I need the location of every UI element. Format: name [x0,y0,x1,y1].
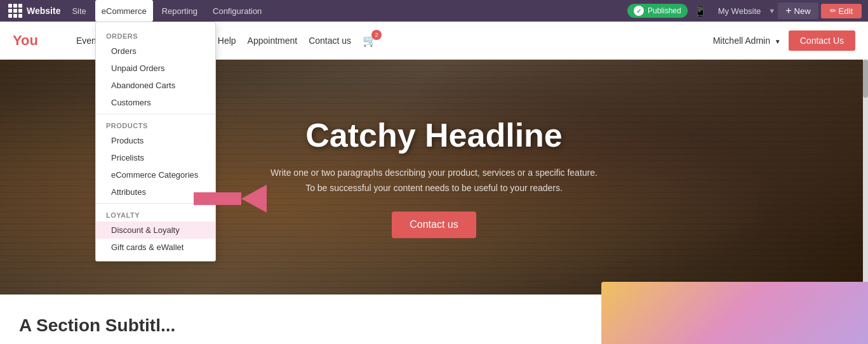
bottom-section: A Section Subtitl... [0,294,868,344]
nav-item-configuration[interactable]: Configuration [206,0,268,22]
dropdown-ecommerce-categories[interactable]: eCommerce Categories [96,166,215,183]
dropdown-unpaid-orders[interactable]: Unpaid Orders [96,60,215,77]
apps-grid-icon[interactable] [6,2,24,20]
bottom-subtitle: A Section Subtitl... [19,315,175,336]
arrow-head [241,185,267,213]
nav-contact[interactable]: Contact us [309,36,351,46]
mobile-preview-icon[interactable]: 📱 [694,5,707,17]
site-header-right: Mitchell Admin ▼ Contact Us [713,30,855,51]
scrollbar-thumb[interactable] [863,60,868,98]
hero-content: Catchy Headline Write one or two paragra… [244,116,625,238]
edit-button[interactable]: Edit [821,4,862,18]
contact-us-button[interactable]: Contact Us [789,30,855,51]
cart-badge: 2 [371,30,382,40]
dropdown-discount-loyalty[interactable]: Discount & Loyalty [96,222,215,239]
chevron-down-icon: ▼ [768,7,775,15]
published-label: Published [648,6,681,15]
products-section-label: Products [96,117,215,132]
cart-icon[interactable]: 🛒 2 [363,34,377,48]
check-icon [634,6,644,16]
dropdown-gift-cards[interactable]: Gift cards & eWallet [96,239,215,256]
hero-subtitle: Write one or two paragraphs describing y… [244,166,625,196]
dropdown-pricelists[interactable]: Pricelists [96,149,215,166]
top-navigation: Website Site eCommerce Reporting Configu… [0,0,868,22]
dropdown-products[interactable]: Products [96,132,215,149]
orders-section-label: Orders [96,27,215,43]
site-logo[interactable]: You [13,32,63,49]
bottom-image [601,282,868,344]
nav-item-ecommerce[interactable]: eCommerce [95,0,153,22]
hero-contact-button[interactable]: Contact us [392,211,476,238]
dropdown-abandoned-carts[interactable]: Abandoned Carts [96,77,215,94]
brand-label[interactable]: Website [27,6,60,16]
hero-title: Catchy Headline [244,116,625,154]
ecommerce-dropdown: Orders Orders Unpaid Orders Abandoned Ca… [95,22,216,261]
admin-name[interactable]: Mitchell Admin ▼ [713,36,781,46]
published-toggle[interactable]: Published [627,4,688,18]
nav-appointment[interactable]: Appointment [248,36,298,46]
dropdown-customers[interactable]: Customers [96,94,215,111]
divider-1 [96,114,215,114]
nav-help[interactable]: Help [218,36,236,46]
dropdown-orders[interactable]: Orders [96,43,215,60]
nav-item-site[interactable]: Site [65,0,92,22]
nav-item-reporting[interactable]: Reporting [156,0,204,22]
arrow-indicator [194,183,270,215]
my-website-button[interactable]: My Website [713,6,766,16]
new-button[interactable]: New [778,3,818,19]
arrow-body [194,192,241,205]
chevron-down-icon: ▼ [775,38,781,45]
scrollbar-track [863,60,868,294]
